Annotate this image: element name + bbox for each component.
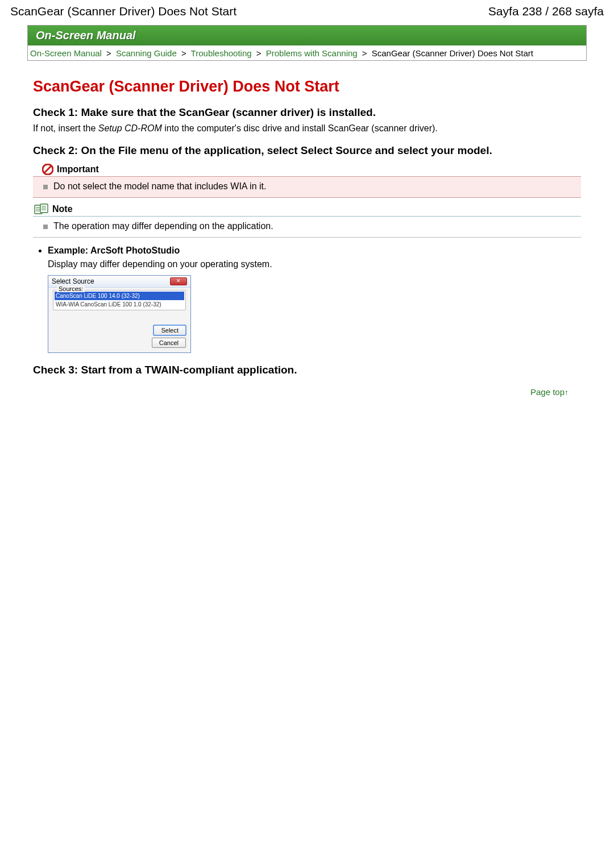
breadcrumb-current: ScanGear (Scanner Driver) Does Not Start: [372, 48, 533, 58]
dialog-buttons: Select Cancel: [53, 325, 186, 348]
breadcrumb-sep: >: [360, 48, 370, 58]
sources-fieldset: Sources: CanoScan LiDE 100 14.0 (32-32) …: [53, 290, 186, 310]
select-source-dialog: Select Source Sources: CanoScan LiDE 100…: [48, 275, 191, 353]
main-content: ScanGear (Scanner Driver) Does Not Start…: [27, 61, 587, 397]
breadcrumb-sep: >: [254, 48, 264, 58]
example-bullet: Example: ArcSoft PhotoStudio: [48, 246, 581, 256]
check2-heading: Check 2: On the File menu of the applica…: [33, 144, 581, 158]
check1-text-italic: Setup CD-ROM: [98, 123, 162, 133]
list-item[interactable]: WIA-WIA CanoScan LiDE 100 1.0 (32-32): [55, 300, 184, 309]
page-top-link[interactable]: Page top: [530, 387, 565, 397]
check1-text-post: into the computer's disc drive and insta…: [162, 123, 438, 133]
breadcrumb-sep: >: [179, 48, 189, 58]
check1-text-pre: If not, insert the: [33, 123, 98, 133]
note-callout: Note The operation may differ depending …: [33, 203, 581, 238]
check1-text: If not, insert the Setup CD-ROM into the…: [33, 123, 581, 134]
check1-heading: Check 1: Make sure that the ScanGear (sc…: [33, 106, 581, 120]
breadcrumb-link[interactable]: Scanning Guide: [116, 48, 177, 58]
cancel-button[interactable]: Cancel: [152, 338, 186, 348]
note-header: Note: [33, 203, 581, 217]
important-icon: [42, 164, 53, 175]
breadcrumb-link[interactable]: Troubleshooting: [191, 48, 252, 58]
header-title: ScanGear (Scanner Driver) Does Not Start: [10, 5, 237, 18]
close-icon[interactable]: [170, 277, 187, 285]
important-body: Do not select the model name that includ…: [33, 177, 581, 198]
important-header: Important: [33, 164, 581, 177]
bullet-icon: [43, 225, 48, 229]
example-text: Display may differ depending on your ope…: [48, 259, 581, 269]
breadcrumb-sep: >: [104, 48, 114, 58]
important-label: Important: [57, 164, 99, 175]
note-label: Note: [52, 204, 73, 214]
svg-line-1: [44, 166, 51, 173]
page-top-link-wrap: Page top↑: [33, 387, 569, 397]
important-callout: Important Do not select the model name t…: [33, 164, 581, 198]
breadcrumb: On-Screen Manual > Scanning Guide > Trou…: [27, 45, 587, 61]
sources-legend: Sources:: [57, 285, 85, 292]
sources-list[interactable]: CanoScan LiDE 100 14.0 (32-32) WIA-WIA C…: [55, 292, 184, 309]
dialog-title-text: Select Source: [52, 277, 94, 285]
select-button[interactable]: Select: [154, 325, 186, 335]
page-header: ScanGear (Scanner Driver) Does Not Start…: [0, 0, 614, 22]
breadcrumb-link[interactable]: Problems with Scanning: [266, 48, 358, 58]
banner-title: On-Screen Manual: [27, 25, 587, 45]
dialog-body: Sources: CanoScan LiDE 100 14.0 (32-32) …: [48, 288, 190, 352]
important-text: Do not select the model name that includ…: [53, 181, 266, 192]
note-body: The operation may differ depending on th…: [33, 217, 581, 238]
page-title: ScanGear (Scanner Driver) Does Not Start: [33, 78, 581, 95]
note-icon: [34, 203, 49, 215]
content-container: On-Screen Manual On-Screen Manual > Scan…: [0, 25, 614, 397]
example-list: Example: ArcSoft PhotoStudio: [48, 246, 581, 256]
check3-heading: Check 3: Start from a TWAIN-compliant ap…: [33, 363, 581, 377]
breadcrumb-link[interactable]: On-Screen Manual: [30, 48, 102, 58]
list-item[interactable]: CanoScan LiDE 100 14.0 (32-32): [55, 292, 184, 300]
bullet-icon: [43, 185, 48, 189]
note-text: The operation may differ depending on th…: [53, 221, 273, 231]
header-page-count: Sayfa 238 / 268 sayfa: [488, 5, 604, 18]
arrow-up-icon: ↑: [565, 388, 569, 397]
